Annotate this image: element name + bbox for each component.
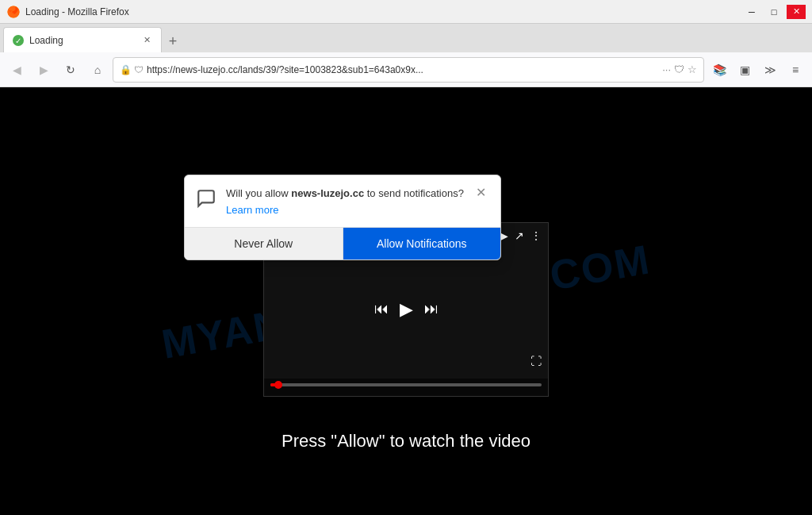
- more-tools-button[interactable]: ≫: [758, 58, 782, 82]
- titlebar-title: Loading - Mozilla Firefox: [25, 6, 129, 17]
- notification-question-suffix: to send notifications?: [364, 187, 464, 199]
- menu-button[interactable]: ≡: [783, 58, 807, 82]
- tab-label: Loading: [29, 35, 136, 46]
- video-more-icon[interactable]: ⋮: [530, 229, 542, 242]
- video-progress-bar[interactable]: [270, 383, 542, 386]
- titlebar: Loading - Mozilla Firefox ─ □ ✕: [0, 0, 812, 24]
- notification-site: news-luzejo.cc: [291, 187, 364, 199]
- reload-button[interactable]: ↻: [59, 58, 82, 82]
- video-buttons: ⏮ ▶ ⏭: [374, 299, 439, 320]
- video-prev-button[interactable]: ⏮: [374, 301, 389, 317]
- notification-question-prefix: Will you allow: [226, 187, 291, 199]
- new-tab-button[interactable]: +: [162, 30, 184, 52]
- never-allow-button[interactable]: Never Allow: [185, 228, 343, 259]
- video-progress-dot: [274, 381, 282, 389]
- close-button[interactable]: ✕: [787, 5, 806, 19]
- notification-question: Will you allow news-luzejo.cc to send no…: [226, 186, 465, 201]
- notification-close-button[interactable]: ✕: [473, 186, 489, 199]
- bookmark-icon[interactable]: ☆: [688, 63, 697, 75]
- notification-header: Will you allow news-luzejo.cc to send no…: [185, 175, 500, 219]
- back-button[interactable]: ◀: [5, 58, 29, 82]
- notification-learn-more-link[interactable]: Learn more: [226, 204, 465, 216]
- press-allow-text: Press "Allow" to watch the video: [282, 431, 530, 452]
- video-play-button[interactable]: ▶: [400, 299, 413, 320]
- notification-popup: Will you allow news-luzejo.cc to send no…: [184, 175, 501, 260]
- video-share-icon[interactable]: ↗: [515, 229, 524, 242]
- svg-text:✓: ✓: [15, 37, 21, 45]
- toolbar-right: 📚 ▣ ≫ ≡: [707, 58, 807, 82]
- video-next-button[interactable]: ⏭: [424, 301, 439, 317]
- address-url: https://news-luzejo.cc/lands/39/?site=10…: [147, 64, 659, 75]
- sidebar-button[interactable]: ▣: [733, 58, 756, 82]
- toolbar: ◀ ▶ ↻ ⌂ 🔒 🛡 https://news-luzejo.cc/lands…: [0, 52, 812, 87]
- notification-chat-icon: [196, 188, 218, 210]
- shield-icon: 🛡: [134, 64, 144, 75]
- tabbar: ✓ Loading ✕ +: [0, 24, 812, 52]
- notification-body: Will you allow news-luzejo.cc to send no…: [226, 186, 465, 216]
- forward-button[interactable]: ▶: [32, 58, 56, 82]
- tab-close-button[interactable]: ✕: [140, 34, 153, 47]
- browser-tab[interactable]: ✓ Loading ✕: [3, 27, 162, 52]
- video-controls: [264, 379, 548, 396]
- tab-favicon-icon: ✓: [12, 34, 25, 47]
- titlebar-left: Loading - Mozilla Firefox: [6, 5, 129, 19]
- address-bar-icons: 🔒 🛡: [120, 64, 144, 75]
- video-fullscreen-button[interactable]: ⛶: [530, 355, 542, 367]
- home-button[interactable]: ⌂: [86, 58, 109, 82]
- browser-content: MYANTISPYWARE.COM ⌄ ≡▶ ↗ ⋮ ⏮ ▶ ⏭ ⛶ Press…: [0, 87, 812, 515]
- notification-buttons: Never Allow Allow Notifications: [185, 227, 500, 259]
- security-icon: 🔒: [120, 64, 132, 75]
- address-bar-right: ··· 🛡 ☆: [662, 63, 697, 75]
- more-options-icon[interactable]: ···: [662, 63, 671, 75]
- allow-notifications-button[interactable]: Allow Notifications: [343, 228, 501, 259]
- video-progress-fill: [270, 383, 278, 386]
- address-bar[interactable]: 🔒 🛡 https://news-luzejo.cc/lands/39/?sit…: [113, 57, 704, 83]
- minimize-button[interactable]: ─: [742, 5, 761, 19]
- restore-button[interactable]: □: [764, 5, 783, 19]
- bookmarks-button[interactable]: 📚: [707, 58, 731, 82]
- firefox-logo-icon: [6, 5, 21, 19]
- shield-tracker-icon: 🛡: [674, 63, 684, 75]
- titlebar-buttons: ─ □ ✕: [742, 5, 806, 19]
